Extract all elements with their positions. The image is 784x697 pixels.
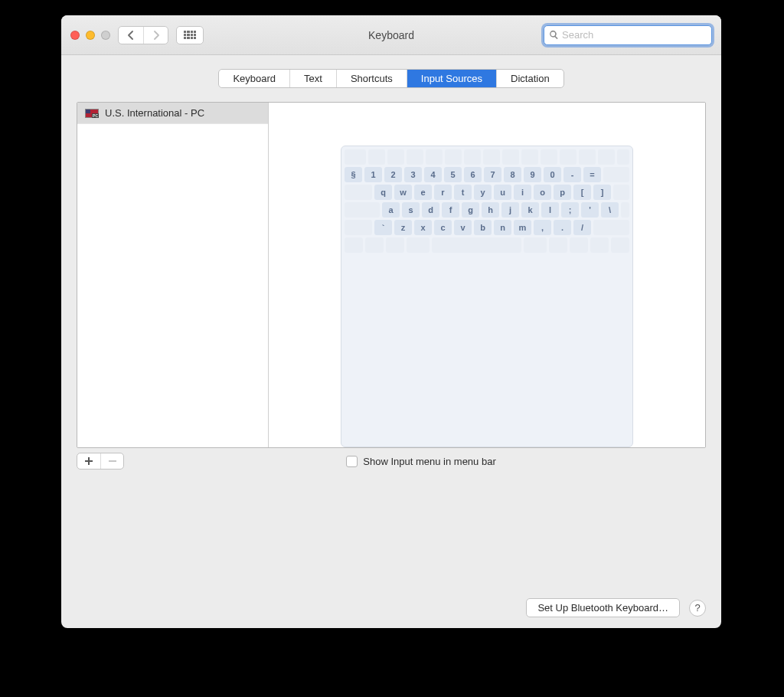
- key: a: [382, 202, 400, 218]
- key-blank: [617, 149, 629, 165]
- key-shift: [345, 220, 372, 235]
- keyboard-layout: § 1 2 3 4 5 6 7 8 9 0 - =: [341, 146, 633, 447]
- key: \: [601, 202, 619, 218]
- plus-icon: [84, 456, 93, 466]
- us-flag-pc-icon: [85, 109, 99, 118]
- key: §: [345, 167, 362, 182]
- key: w: [394, 185, 412, 200]
- key: n: [494, 220, 511, 235]
- search-input[interactable]: [562, 29, 707, 41]
- key: z: [394, 220, 412, 235]
- key-blank: [579, 149, 596, 165]
- tab-input-sources[interactable]: Input Sources: [407, 70, 496, 87]
- key: r: [434, 185, 452, 200]
- key: 6: [464, 167, 482, 182]
- key: e: [414, 185, 432, 200]
- zoom-window-button: [101, 31, 110, 40]
- below-sources-row: Show Input menu in menu bar: [77, 453, 706, 470]
- show-input-menu-checkbox[interactable]: Show Input menu in menu bar: [346, 456, 495, 467]
- key-blank: [426, 149, 443, 165]
- key: `: [374, 220, 392, 235]
- input-source-item[interactable]: U.S. International - PC: [77, 103, 268, 124]
- key-opt: [549, 237, 567, 253]
- key: 5: [444, 167, 462, 182]
- show-all-button[interactable]: [176, 26, 204, 44]
- key: x: [414, 220, 432, 235]
- key: =: [583, 167, 601, 182]
- add-remove-segment: [77, 453, 124, 470]
- key: ': [581, 202, 599, 218]
- key: 2: [384, 167, 402, 182]
- key: /: [573, 220, 591, 235]
- key-opt: [386, 237, 404, 253]
- key: h: [482, 202, 499, 218]
- key: ]: [593, 185, 611, 200]
- tab-keyboard[interactable]: Keyboard: [219, 70, 289, 87]
- key-arrow: [611, 237, 629, 253]
- bottom-bar: Set Up Bluetooth Keyboard… ?: [77, 560, 706, 617]
- key: d: [422, 202, 439, 218]
- tab-shortcuts[interactable]: Shortcuts: [336, 70, 407, 87]
- tab-dictation[interactable]: Dictation: [496, 70, 564, 87]
- add-source-button[interactable]: [77, 453, 100, 469]
- window-body: Keyboard Text Shortcuts Input Sources Di…: [61, 55, 721, 628]
- tab-strip: Keyboard Text Shortcuts Input Sources Di…: [61, 69, 721, 88]
- key: l: [541, 202, 559, 218]
- key-blank: [598, 149, 615, 165]
- key: u: [494, 185, 511, 200]
- key: o: [534, 185, 551, 200]
- minimize-window-button[interactable]: [86, 31, 95, 40]
- preferences-window: Keyboard Keyboard Text Shortcuts Input S…: [61, 15, 721, 628]
- key: f: [442, 202, 459, 218]
- tab-text[interactable]: Text: [289, 70, 336, 87]
- titlebar: Keyboard: [61, 15, 721, 55]
- key-space: [432, 237, 521, 253]
- key-blank: [464, 149, 481, 165]
- sources-row: U.S. International - PC: [77, 102, 706, 448]
- key: 4: [424, 167, 442, 182]
- key-blank: [483, 149, 500, 165]
- minus-icon: [108, 456, 117, 466]
- chevron-left-icon: [127, 31, 135, 40]
- key-ctrl: [365, 237, 384, 253]
- key-blank: [502, 149, 519, 165]
- window-controls: [70, 31, 110, 40]
- input-source-label: U.S. International - PC: [105, 107, 204, 119]
- key: t: [454, 185, 472, 200]
- help-button[interactable]: ?: [689, 600, 706, 617]
- key: q: [374, 185, 392, 200]
- tabs: Keyboard Text Shortcuts Input Sources Di…: [218, 69, 564, 88]
- key-blank: [445, 149, 462, 165]
- key: y: [474, 185, 492, 200]
- close-window-button[interactable]: [70, 31, 80, 40]
- key-arrow: [590, 237, 609, 253]
- input-source-list[interactable]: U.S. International - PC: [77, 103, 269, 447]
- key-blank: [560, 149, 577, 165]
- key: 0: [544, 167, 561, 182]
- key-blank: [407, 149, 423, 165]
- search-field[interactable]: [544, 25, 712, 45]
- key-blank: [387, 149, 404, 165]
- checkbox-box[interactable]: [346, 456, 358, 467]
- key: 3: [404, 167, 422, 182]
- setup-bluetooth-button[interactable]: Set Up Bluetooth Keyboard…: [526, 598, 680, 617]
- key-shift: [593, 220, 629, 235]
- checkbox-label: Show Input menu in menu bar: [363, 456, 495, 467]
- key-delete: [603, 167, 629, 182]
- key-blank: [541, 149, 557, 165]
- key: ,: [534, 220, 551, 235]
- key: 8: [504, 167, 521, 182]
- key-return: [621, 202, 629, 218]
- input-sources-panel: U.S. International - PC: [77, 102, 706, 470]
- forward-button: [143, 27, 168, 44]
- key: k: [521, 202, 539, 218]
- back-button[interactable]: [119, 27, 143, 44]
- key: c: [434, 220, 452, 235]
- key: g: [462, 202, 479, 218]
- grid-icon: [184, 31, 196, 40]
- key-arrow: [570, 237, 588, 253]
- key: p: [554, 185, 571, 200]
- key: .: [554, 220, 571, 235]
- key-blank: [345, 149, 366, 165]
- keyboard-preview: § 1 2 3 4 5 6 7 8 9 0 - =: [269, 103, 705, 447]
